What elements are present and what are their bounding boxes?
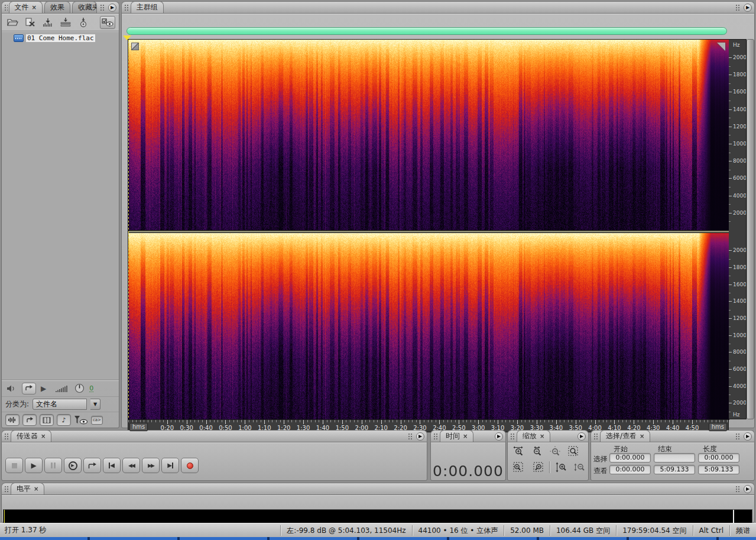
time-ruler-unit[interactable]: hms xyxy=(129,423,148,431)
close-tab-icon[interactable]: × xyxy=(463,433,468,439)
volume-bars-icon[interactable] xyxy=(56,385,70,392)
panel-grip[interactable] xyxy=(4,4,8,11)
show-audio-files-button[interactable] xyxy=(5,414,20,426)
files-panel: 文件 × 效果 收藏夹 ▶ xyxy=(1,1,119,428)
file-list[interactable]: 01 Come Home.flac xyxy=(2,31,119,380)
tab-favorites[interactable]: 收藏夹 xyxy=(72,1,97,13)
pause-button[interactable] xyxy=(44,458,62,473)
close-tab-icon[interactable]: × xyxy=(540,433,544,439)
zoom-to-selection-button[interactable] xyxy=(567,445,580,457)
tab-time[interactable]: 时间 × xyxy=(440,430,473,442)
frequency-ruler[interactable]: Hz20000180001600014000120001000080006000… xyxy=(729,39,747,419)
selection-length-field[interactable]: 0:00.000 xyxy=(698,453,739,463)
horizontal-scrollbar[interactable] xyxy=(126,27,727,35)
close-tab-icon[interactable]: × xyxy=(640,433,644,439)
show-midi-files-button[interactable]: ♪ xyxy=(57,414,71,426)
filter-options-button[interactable] xyxy=(74,415,88,425)
zoom-in-right-edge-button[interactable] xyxy=(531,461,544,473)
panel-grip[interactable] xyxy=(124,4,129,11)
fast-forward-button[interactable]: ▶▶ xyxy=(142,458,160,473)
panel-menu-button[interactable]: ▶ xyxy=(744,4,752,12)
spectrogram-display[interactable] xyxy=(128,39,729,419)
close-tab-icon[interactable]: × xyxy=(32,4,37,11)
time-tick xyxy=(614,420,615,424)
time-tick xyxy=(401,420,401,424)
status-cell: 44100 • 16 位 • 立体声 xyxy=(412,525,504,536)
insert-cd-button[interactable] xyxy=(76,16,90,29)
zoom-out-vertical-button[interactable] xyxy=(573,461,586,473)
tab-zoom[interactable]: 缩放 × xyxy=(517,430,550,442)
tab-levels[interactable]: 电平 × xyxy=(11,483,44,494)
status-cell: 179:59:04.54 空间 xyxy=(616,525,692,536)
zoom-in-left-edge-button[interactable] xyxy=(512,461,525,473)
corner-handle-icon[interactable] xyxy=(131,43,139,50)
view-length-field[interactable]: 5:09.133 xyxy=(698,465,739,474)
time-tick xyxy=(225,420,226,424)
autoplay-speaker-icon[interactable] xyxy=(7,384,17,393)
tab-files-label: 文件 xyxy=(15,2,29,12)
import-file-button[interactable] xyxy=(5,16,20,29)
panel-grip[interactable] xyxy=(4,486,9,493)
advanced-options-button[interactable]: ca> xyxy=(91,416,103,425)
stop-button[interactable] xyxy=(5,458,23,473)
panel-menu-button[interactable]: ▶ xyxy=(495,432,503,441)
panel-menu-button[interactable]: ▶ xyxy=(416,432,424,441)
close-tab-icon[interactable]: × xyxy=(41,433,46,439)
status-view-mode: 频谱 xyxy=(729,525,756,536)
play-button[interactable]: ▶ xyxy=(25,458,43,473)
options-toggle-button[interactable] xyxy=(100,16,115,29)
file-list-item[interactable]: 01 Come Home.flac xyxy=(12,34,101,42)
panel-grip[interactable] xyxy=(4,433,9,440)
close-file-button[interactable] xyxy=(23,16,37,29)
play-looped-button[interactable] xyxy=(83,458,101,473)
panel-grip[interactable] xyxy=(433,433,439,440)
zoom-out-full-button[interactable] xyxy=(549,445,562,457)
selection-start-field[interactable]: 0:00.000 xyxy=(609,453,651,463)
rewind-button[interactable]: ◀◀ xyxy=(122,458,140,473)
sort-dropdown[interactable]: 文件名 xyxy=(33,399,87,410)
panel-grip[interactable] xyxy=(510,433,515,440)
show-video-files-button[interactable] xyxy=(40,414,54,426)
frequency-tick xyxy=(729,267,732,268)
show-loop-files-button[interactable] xyxy=(22,414,37,426)
import-audio-button[interactable] xyxy=(41,16,55,29)
spectrogram-channel-right[interactable] xyxy=(128,233,729,420)
volume-knob[interactable] xyxy=(74,383,85,393)
corner-handle-icon[interactable] xyxy=(717,43,725,51)
zoom-in-horizontal-button[interactable] xyxy=(512,445,525,457)
record-button[interactable] xyxy=(181,458,199,473)
time-ruler-unit[interactable]: hms xyxy=(709,423,727,431)
zoom-out-horizontal-button[interactable] xyxy=(531,445,544,457)
view-start-field[interactable]: 0:00.000 xyxy=(609,465,651,474)
panel-grip xyxy=(735,486,741,493)
tab-main-group[interactable]: 主群组 xyxy=(131,1,164,13)
spectrogram-channel-left[interactable] xyxy=(128,40,729,230)
close-tab-icon[interactable]: × xyxy=(34,486,38,492)
panel-menu-button[interactable]: ▶ xyxy=(744,432,752,441)
volume-value[interactable]: 0 xyxy=(89,385,93,392)
cd-disc-icon xyxy=(77,18,89,27)
vertical-scrollbar[interactable] xyxy=(747,39,754,419)
panel-menu-button[interactable]: ▶ xyxy=(108,4,116,12)
zoom-in-vertical-button[interactable] xyxy=(555,461,568,473)
go-to-end-button[interactable]: ▶ xyxy=(161,458,179,473)
tab-transport[interactable]: 传送器 × xyxy=(11,430,51,442)
dropdown-arrow-icon[interactable]: ▼ xyxy=(90,399,100,410)
go-to-beginning-button[interactable]: ◀ xyxy=(103,458,121,473)
tab-files[interactable]: 文件 × xyxy=(9,1,43,13)
panel-grip[interactable] xyxy=(593,433,599,440)
loop-preview-button[interactable] xyxy=(22,383,36,395)
meter-min-indicator xyxy=(4,510,5,524)
time-display[interactable]: 0:00.000 xyxy=(431,463,505,480)
view-end-field[interactable]: 5:09.133 xyxy=(654,465,695,474)
tab-selection-view[interactable]: 选择/查看 × xyxy=(600,430,650,442)
playhead-line[interactable] xyxy=(128,40,129,419)
tab-effects[interactable]: 效果 xyxy=(44,1,70,13)
preview-play-button[interactable]: ▶ xyxy=(41,384,46,393)
panel-menu-button[interactable]: ▶ xyxy=(577,432,586,441)
selection-end-field[interactable] xyxy=(654,453,695,463)
insert-multitrack-button[interactable] xyxy=(59,16,73,29)
panel-menu-button[interactable]: ▶ xyxy=(744,485,752,493)
time-tabstrip: 时间 × ▶ xyxy=(430,430,506,442)
play-from-cursor-button[interactable]: ▶ xyxy=(64,458,82,473)
